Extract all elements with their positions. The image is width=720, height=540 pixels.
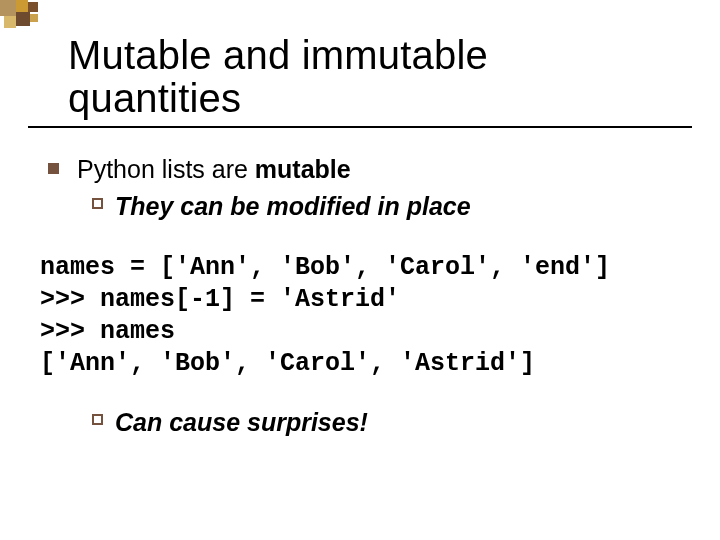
- sub-bullet-wrap-2: Can cause surprises!: [48, 406, 680, 439]
- hollow-square-bullet-icon: [92, 198, 103, 209]
- slide: Mutable and immutable quantities Python …: [0, 0, 720, 540]
- slide-title: Mutable and immutable quantities: [68, 34, 652, 120]
- sub-bullet-text: They can be modified in place: [115, 190, 471, 223]
- bullet-level2: They can be modified in place: [92, 190, 680, 223]
- bullet-text: Python lists are mutable: [77, 154, 351, 185]
- bullet1-text: Python lists are: [77, 155, 255, 183]
- sub-bullet-wrap: They can be modified in place: [48, 190, 680, 223]
- title-container: Mutable and immutable quantities: [28, 0, 692, 128]
- bullet-level1: Python lists are mutable: [48, 154, 680, 185]
- code-block: names = ['Ann', 'Bob', 'Carol', 'end'] >…: [36, 226, 680, 406]
- slide-body: Python lists are mutable They can be mod…: [0, 128, 720, 438]
- bullet-level2: Can cause surprises!: [92, 406, 680, 439]
- corner-decoration: [0, 0, 60, 40]
- sub-bullet-text-2: Can cause surprises!: [115, 406, 368, 439]
- bullet1-bold: mutable: [255, 155, 351, 183]
- square-bullet-icon: [48, 163, 59, 174]
- hollow-square-bullet-icon: [92, 414, 103, 425]
